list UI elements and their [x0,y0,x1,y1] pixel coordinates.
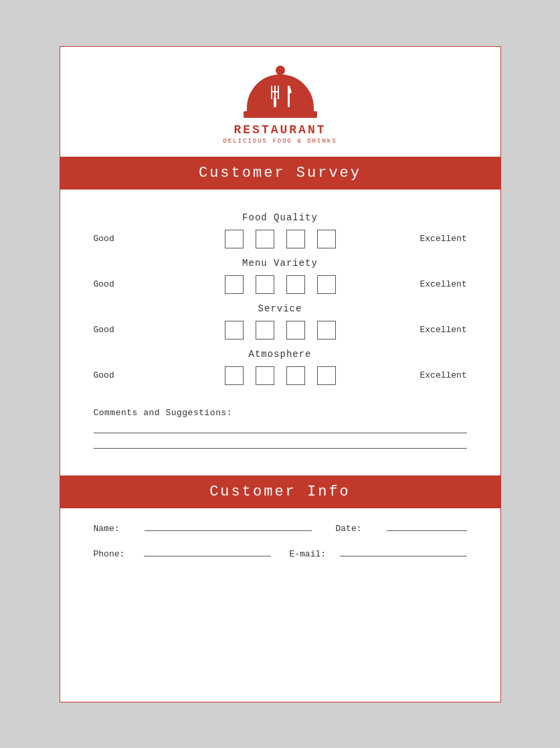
food-quality-row: Good Excellent [94,230,467,248]
survey-form: RESTAURANT DELICIOUS FOOD & DRINKS Custo… [60,46,501,702]
cloche-handle [276,66,285,75]
phone-field[interactable] [144,546,270,556]
date-label: Date: [336,524,383,534]
menu-variety-cb4[interactable] [317,275,336,294]
name-field[interactable] [145,520,312,531]
atmosphere-label: Atmosphere [94,349,467,360]
menu-variety-cb1[interactable] [225,275,244,294]
service-checkboxes [141,321,420,340]
food-quality-cb4[interactable] [317,230,336,248]
service-good-label: Good [94,325,141,335]
service-cb3[interactable] [286,321,305,340]
comment-line-1 [94,433,467,433]
comment-line-2 [94,448,467,449]
restaurant-tagline: DELICIOUS FOOD & DRINKS [223,138,337,145]
service-row: Good Excellent [94,321,467,340]
email-label: E-mail: [289,549,336,559]
phone-email-row: Phone: E-mail: [94,546,467,559]
customer-info-banner: Customer Info [60,475,500,508]
customer-info-section: Name: Date: Phone: E-mail: [60,508,500,582]
cloche-base [244,111,317,118]
food-quality-good-label: Good [94,234,141,244]
logo-section: RESTAURANT DELICIOUS FOOD & DRINKS [60,47,500,157]
service-cb1[interactable] [225,321,244,340]
survey-banner: Customer Survey [60,157,500,190]
menu-variety-checkboxes [141,275,420,294]
service-excellent-label: Excellent [420,325,467,335]
menu-variety-cb3[interactable] [286,275,305,294]
menu-variety-cb2[interactable] [256,275,274,294]
fork-icon [269,86,281,107]
svg-rect-3 [271,91,279,92]
food-quality-cb2[interactable] [256,230,274,248]
comments-label: Comments and Suggestions: [94,408,467,418]
knife-icon [285,86,292,107]
date-field[interactable] [387,520,467,531]
atmosphere-cb3[interactable] [286,366,305,385]
menu-variety-label: Menu Variety [94,258,467,269]
food-quality-checkboxes [141,230,420,248]
svg-marker-6 [290,86,292,94]
phone-label: Phone: [94,549,141,559]
atmosphere-row: Good Excellent [94,366,467,385]
service-cb4[interactable] [317,321,336,340]
cutlery-icons [269,86,292,107]
menu-variety-excellent-label: Excellent [420,279,467,289]
service-label: Service [94,303,467,314]
svg-rect-4 [274,98,276,107]
menu-variety-row: Good Excellent [94,275,467,294]
survey-content: Food Quality Good Excellent Menu Variety… [60,190,500,401]
atmosphere-good-label: Good [94,370,141,380]
restaurant-logo-icon [244,66,317,119]
service-cb2[interactable] [256,321,274,340]
comments-section: Comments and Suggestions: [60,401,500,475]
food-quality-label: Food Quality [94,212,467,223]
name-label: Name: [94,524,141,534]
email-field[interactable] [340,546,466,556]
atmosphere-cb4[interactable] [317,366,336,385]
atmosphere-excellent-label: Excellent [420,370,467,380]
name-date-row: Name: Date: [94,520,467,534]
food-quality-cb3[interactable] [286,230,305,248]
svg-rect-5 [288,86,290,107]
restaurant-name: RESTAURANT [234,123,326,137]
atmosphere-cb1[interactable] [225,366,244,385]
food-quality-cb1[interactable] [225,230,244,248]
menu-variety-good-label: Good [94,279,141,289]
food-quality-excellent-label: Excellent [420,234,467,244]
atmosphere-checkboxes [141,366,420,385]
atmosphere-cb2[interactable] [256,366,274,385]
